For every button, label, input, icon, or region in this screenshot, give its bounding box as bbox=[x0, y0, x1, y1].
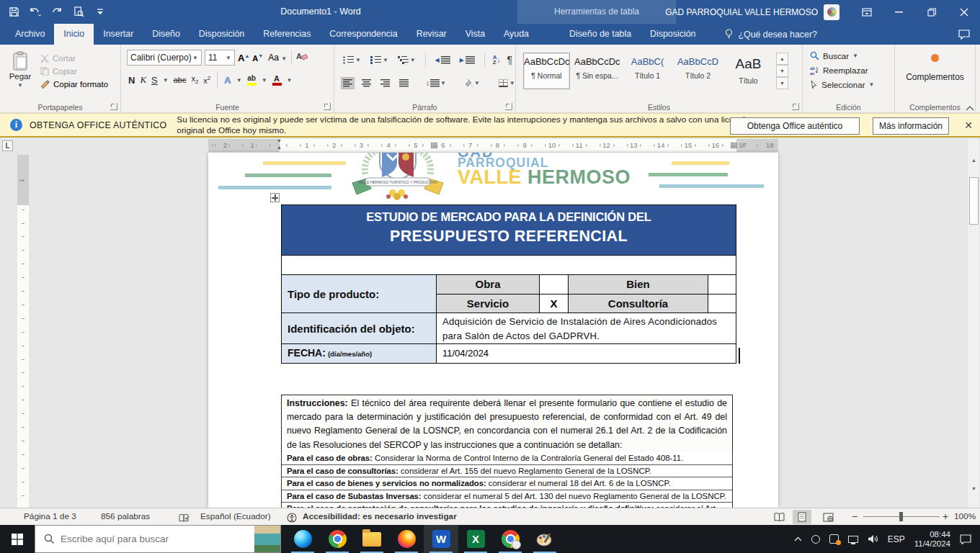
tab-disposicion-tabla[interactable]: Disposición bbox=[641, 24, 705, 45]
servicio-check-cell[interactable]: X bbox=[540, 295, 569, 313]
table-column-marker[interactable] bbox=[731, 143, 737, 148]
style-card[interactable]: AaB Título bbox=[725, 53, 772, 89]
replace-button[interactable]: abac Reemplazar bbox=[810, 63, 894, 77]
align-left-button[interactable] bbox=[342, 78, 354, 89]
taskbar-clock[interactable]: 08:44 11/4/2024 bbox=[914, 530, 950, 549]
web-layout-icon[interactable] bbox=[819, 510, 837, 524]
minimize-button[interactable] bbox=[883, 0, 915, 24]
increase-indent-button[interactable]: ▶ bbox=[458, 55, 476, 66]
decrease-indent-button[interactable]: ◀ bbox=[434, 55, 452, 66]
consultoria-cell[interactable]: Consultoría bbox=[569, 295, 708, 313]
network-icon[interactable] bbox=[848, 536, 858, 543]
servicio-cell[interactable]: Servicio bbox=[437, 295, 540, 313]
instructions-box[interactable]: Instrucciones: El técnico del área requi… bbox=[281, 395, 733, 454]
tab-correspondencia[interactable]: Correspondencia bbox=[320, 24, 406, 45]
text-effects-button[interactable]: A bbox=[224, 75, 231, 86]
bullets-button[interactable]: ▼ bbox=[342, 55, 362, 66]
cut-button[interactable]: Cortar bbox=[40, 54, 108, 63]
search-input[interactable] bbox=[61, 534, 254, 544]
paste-dropdown-arrow[interactable]: ▼ bbox=[17, 82, 23, 89]
document-page[interactable]: VALLE HERMOSO TURISTICO Y PRODUCTIVO GAD… bbox=[208, 153, 778, 508]
styles-scrollbar[interactable]: ▲▼▼ bbox=[776, 53, 788, 89]
style-card[interactable]: AaBbCcD Título 2 bbox=[674, 53, 721, 89]
close-button[interactable] bbox=[948, 0, 980, 24]
highlight-button[interactable]: ab bbox=[247, 75, 257, 86]
grow-font-button[interactable]: A▲ bbox=[238, 53, 249, 63]
copy-button[interactable]: Copiar bbox=[40, 67, 108, 76]
style-card[interactable]: AaBbC( Título 1 bbox=[624, 53, 671, 89]
caso-row[interactable]: Para el caso de obras: Considerar la Nor… bbox=[282, 452, 732, 464]
show-hide-marks-button[interactable]: ¶ bbox=[507, 54, 512, 66]
style-card[interactable]: AaBbCcDc ¶ Normal bbox=[523, 53, 570, 89]
collapse-ribbon-icon[interactable] bbox=[966, 101, 974, 107]
taskbar-excel[interactable]: X bbox=[458, 525, 493, 553]
font-color-button[interactable]: A bbox=[272, 75, 282, 86]
action-center-icon[interactable] bbox=[960, 534, 971, 544]
align-right-button[interactable] bbox=[379, 78, 391, 89]
change-case-button[interactable]: Aa ▼ bbox=[268, 53, 287, 63]
highlight-dropdown[interactable]: ▼ bbox=[262, 77, 267, 84]
obra-cell[interactable]: Obra bbox=[437, 275, 540, 294]
text-effects-dropdown[interactable]: ▼ bbox=[236, 77, 242, 84]
underline-dropdown[interactable]: ▼ bbox=[163, 77, 169, 84]
zoom-in-icon[interactable]: + bbox=[943, 508, 948, 524]
taskbar-explorer[interactable] bbox=[355, 525, 389, 553]
font-color-dropdown[interactable]: ▼ bbox=[287, 77, 293, 84]
account-area[interactable]: GAD PARROQUIAL VALLE HERMOSO bbox=[665, 0, 839, 24]
tab-ayuda[interactable]: Ayuda bbox=[494, 24, 538, 45]
scroll-up-icon[interactable]: ▲ bbox=[968, 155, 979, 166]
print-preview-icon[interactable] bbox=[69, 3, 88, 22]
undo-icon[interactable] bbox=[26, 3, 45, 22]
fecha-value-cell[interactable]: 11/04/2024 bbox=[437, 344, 736, 363]
taskbar-paint[interactable] bbox=[527, 525, 562, 553]
scroll-down-icon[interactable]: ▼ bbox=[968, 483, 979, 495]
zoom-out-icon[interactable]: − bbox=[852, 508, 858, 524]
bien-cell[interactable]: Bien bbox=[569, 275, 708, 294]
italic-button[interactable]: K bbox=[140, 74, 146, 86]
tab-revisar[interactable]: Revisar bbox=[407, 24, 456, 45]
restore-button[interactable] bbox=[915, 0, 948, 24]
zoom-slider-thumb[interactable] bbox=[899, 512, 903, 521]
clear-formatting-button[interactable]: A bbox=[296, 51, 308, 64]
superscript-button[interactable]: x2 bbox=[203, 75, 210, 85]
accessibility-status[interactable]: Accesibilidad: es necesario investigar bbox=[303, 508, 457, 525]
complementos-button[interactable]: Complementos bbox=[895, 54, 975, 82]
feedback-icon[interactable] bbox=[958, 24, 970, 45]
tab-selector[interactable]: L bbox=[2, 140, 13, 151]
zoom-level[interactable]: 100% bbox=[954, 508, 976, 525]
vertical-ruler[interactable]: 1 bbox=[17, 155, 29, 508]
tab-archivo[interactable]: Archivo bbox=[6, 24, 54, 45]
taskbar-chrome[interactable] bbox=[320, 525, 355, 553]
tab-vista[interactable]: Vista bbox=[456, 24, 494, 45]
obra-check-cell[interactable] bbox=[540, 275, 569, 294]
casos-list[interactable]: Para el caso de obras: Considerar la Nor… bbox=[281, 452, 733, 508]
bold-button[interactable]: N bbox=[128, 75, 135, 86]
keyboard-language[interactable]: ESP bbox=[888, 534, 905, 544]
customize-qat-icon[interactable] bbox=[91, 3, 110, 22]
hanging-indent-marker[interactable]: ▲ bbox=[277, 145, 282, 150]
strikethrough-button[interactable]: abc bbox=[174, 76, 187, 84]
tab-diseno[interactable]: Diseño bbox=[143, 24, 190, 45]
tab-referencias[interactable]: Referencias bbox=[254, 24, 320, 45]
sort-button[interactable]: AZ↓ bbox=[493, 55, 501, 65]
volume-icon[interactable] bbox=[868, 534, 878, 544]
shading-button[interactable]: ▼ bbox=[462, 77, 481, 89]
save-icon[interactable] bbox=[4, 3, 23, 22]
numbering-button[interactable]: ▼ bbox=[369, 55, 390, 66]
taskbar-word[interactable]: W bbox=[424, 525, 458, 553]
taskbar-search[interactable] bbox=[35, 525, 281, 553]
scrollbar-thumb[interactable] bbox=[969, 177, 979, 225]
select-button[interactable]: Seleccionar▼ bbox=[810, 77, 894, 91]
warning-close-icon[interactable]: ✕ bbox=[964, 120, 973, 131]
print-layout-icon[interactable] bbox=[793, 510, 811, 524]
tray-expand-icon[interactable] bbox=[794, 536, 802, 541]
table-move-handle[interactable] bbox=[270, 193, 280, 202]
taskbar-edge[interactable] bbox=[285, 525, 320, 553]
ribbon-display-options-icon[interactable] bbox=[850, 0, 883, 24]
caso-row[interactable]: Para el caso de consultorías: considerar… bbox=[282, 464, 732, 477]
taskbar-chrome-profile[interactable] bbox=[493, 525, 527, 553]
tab-inicio[interactable]: Inicio bbox=[54, 24, 94, 45]
bien-check-cell[interactable] bbox=[708, 275, 736, 294]
shrink-font-button[interactable]: A▼ bbox=[252, 53, 263, 63]
underline-button[interactable]: S bbox=[151, 75, 158, 86]
